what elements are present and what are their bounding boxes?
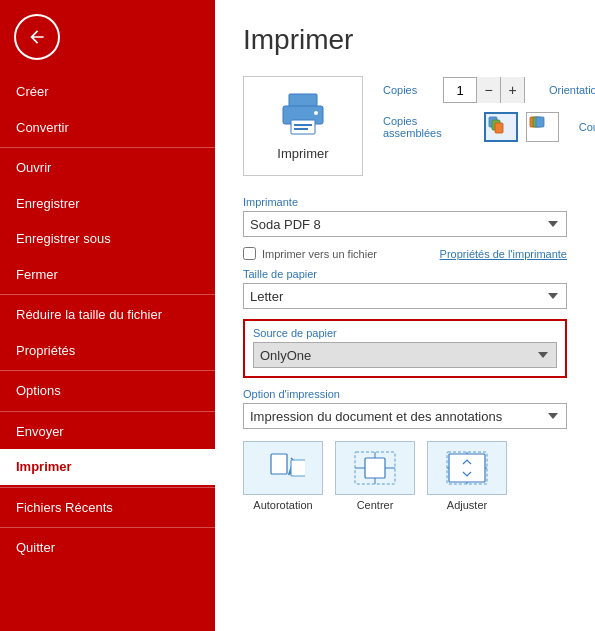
paper-source-select[interactable]: OnlyOne (253, 342, 557, 368)
adjust-icon-frame (427, 441, 507, 495)
svg-rect-2 (291, 120, 315, 134)
copies-increment-button[interactable]: + (500, 77, 524, 103)
paper-size-section: Taille de papier Letter (243, 268, 567, 309)
svg-rect-28 (449, 454, 485, 482)
paper-size-select[interactable]: Letter (243, 283, 567, 309)
sidebar-item-ouvrir[interactable]: Ouvrir (0, 150, 215, 186)
sidebar-item-enregistrer[interactable]: Enregistrer (0, 186, 215, 222)
printer-section: Imprimante Soda PDF 8 (243, 196, 567, 237)
print-to-file-row: Imprimer vers un fichier Propriétés de l… (243, 247, 567, 260)
sidebar-item-proprietes[interactable]: Propriétés (0, 333, 215, 369)
printer-select[interactable]: Soda PDF 8 (243, 211, 567, 237)
print-option-select[interactable]: Impression du document et des annotation… (243, 403, 567, 429)
sidebar-item-convertir[interactable]: Convertir (0, 110, 215, 146)
svg-rect-10 (495, 123, 503, 133)
back-icon (27, 27, 47, 47)
sidebar-item-fichiers-recents[interactable]: Fichiers Récents (0, 490, 215, 526)
printer-label: Imprimante (243, 196, 567, 208)
page-title: Imprimer (243, 24, 567, 56)
svg-rect-20 (291, 460, 305, 476)
svg-point-5 (314, 111, 318, 115)
sidebar-item-creer[interactable]: Créer (0, 74, 215, 110)
sidebar-item-envoyer[interactable]: Envoyer (0, 414, 215, 450)
copies-input[interactable] (444, 78, 476, 102)
sidebar-item-fermer[interactable]: Fermer (0, 257, 215, 293)
print-to-file-checkbox[interactable] (243, 247, 256, 260)
adjust-label: Adjuster (447, 499, 487, 511)
back-button[interactable] (14, 14, 60, 60)
copies-row: Copies − + Orientation (383, 76, 595, 104)
sidebar-item-reduire[interactable]: Réduire la taille du fichier (0, 297, 215, 333)
center-icon-frame (335, 441, 415, 495)
adjust-button[interactable]: Adjuster (427, 441, 507, 511)
svg-rect-19 (271, 454, 287, 474)
orientation-label: Orientation (549, 84, 595, 96)
print-option-label: Option d'impression (243, 388, 567, 400)
center-button[interactable]: Centrer (335, 441, 415, 511)
printer-properties-link[interactable]: Propriétés de l'imprimante (440, 248, 567, 260)
bottom-icons-row: Autorotation Centrer (243, 441, 567, 511)
main-content: Imprimer Imprimer Copies (215, 0, 595, 631)
color-label: Couleur (579, 121, 595, 133)
print-button-label: Imprimer (277, 146, 328, 161)
print-option-section: Option d'impression Impression du docume… (243, 388, 567, 429)
paper-source-section: Source de papier OnlyOne (243, 319, 567, 378)
svg-rect-13 (536, 117, 544, 127)
copies-decrement-button[interactable]: − (476, 77, 500, 103)
sidebar-item-quitter[interactable]: Quitter (0, 530, 215, 566)
copies-input-group: − + (443, 77, 525, 103)
paper-source-label: Source de papier (253, 327, 557, 339)
center-label: Centrer (357, 499, 394, 511)
sidebar-item-enregistrer-sous[interactable]: Enregistrer sous (0, 221, 215, 257)
uncollated-icon-button[interactable] (526, 112, 559, 142)
print-to-file-label: Imprimer vers un fichier (262, 248, 377, 260)
autorotate-icon-frame (243, 441, 323, 495)
paper-size-label: Taille de papier (243, 268, 567, 280)
printer-icon (279, 92, 327, 140)
autorotate-button[interactable]: Autorotation (243, 441, 323, 511)
print-controls-row: Imprimer Copies − + Orientation (243, 76, 567, 176)
collated-icon-button[interactable] (484, 112, 517, 142)
assembled-label: Copies assemblées (383, 115, 476, 139)
print-action-button[interactable]: Imprimer (243, 76, 363, 176)
svg-rect-22 (365, 458, 385, 478)
sidebar-item-imprimer[interactable]: Imprimer (0, 449, 215, 485)
sidebar: Créer Convertir Ouvrir Enregistrer Enreg… (0, 0, 215, 631)
assembled-color-row: Copies assemblées Couleu (383, 112, 595, 142)
copies-label: Copies (383, 84, 435, 96)
sidebar-item-options[interactable]: Options (0, 373, 215, 409)
right-controls: Copies − + Orientation (383, 76, 595, 142)
svg-rect-4 (294, 128, 308, 130)
autorotate-label: Autorotation (253, 499, 312, 511)
svg-rect-3 (294, 124, 312, 126)
